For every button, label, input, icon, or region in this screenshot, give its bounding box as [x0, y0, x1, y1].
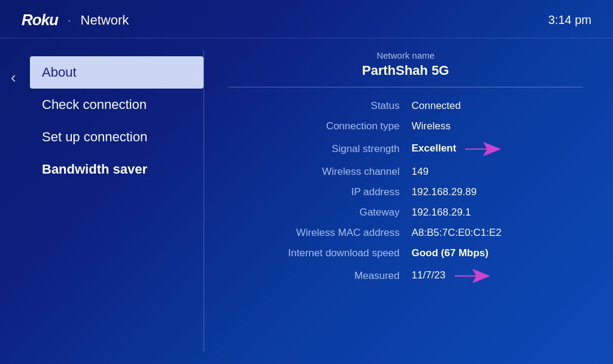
value-measured: 11/7/23 [412, 268, 584, 284]
info-row-status: Status Connected [228, 97, 583, 115]
value-wireless-mac: A8:B5:7C:E0:C1:E2 [412, 227, 584, 239]
value-wireless-channel: 149 [412, 166, 584, 178]
label-wireless-channel: Wireless channel [228, 166, 412, 178]
value-ip-address: 192.168.29.89 [412, 186, 584, 198]
main-layout: ‹ About Check connection Set up connecti… [0, 38, 613, 363]
value-gateway: 192.168.29.1 [412, 207, 584, 219]
svg-marker-1 [454, 269, 490, 283]
svg-marker-0 [465, 142, 501, 156]
clock: 3:14 pm [548, 13, 591, 27]
label-gateway: Gateway [228, 207, 412, 219]
sidebar-item-about[interactable]: About [30, 56, 204, 89]
label-signal-strength: Signal strength [228, 143, 412, 155]
info-row-gateway: Gateway 192.168.29.1 [228, 204, 583, 222]
header: Roku · Network 3:14 pm [0, 0, 613, 38]
network-name-section: Network name ParthShah 5G [228, 50, 583, 87]
value-connection-type: Wireless [412, 120, 584, 132]
sidebar-item-bandwidth-saver[interactable]: Bandwidth saver [30, 153, 204, 186]
header-left: Roku · Network [22, 11, 129, 29]
arrow-annotation-measured [454, 268, 490, 284]
info-row-ip-address: IP address 192.168.29.89 [228, 183, 583, 201]
header-dot: · [68, 13, 71, 27]
label-connection-type: Connection type [228, 120, 412, 132]
arrow-annotation-signal [465, 141, 501, 157]
content-panel: Network name ParthShah 5G Status Connect… [204, 38, 613, 363]
info-row-measured: Measured 11/7/23 [228, 265, 583, 287]
info-row-wireless-mac: Wireless MAC address A8:B5:7C:E0:C1:E2 [228, 224, 583, 242]
value-status: Connected [412, 100, 584, 112]
info-row-signal-strength: Signal strength Excellent [228, 138, 583, 160]
label-download-speed: Internet download speed [228, 247, 412, 259]
label-status: Status [228, 100, 412, 112]
back-button[interactable]: ‹ [11, 68, 16, 87]
info-row-connection-type: Connection type Wireless [228, 117, 583, 135]
value-signal-strength: Excellent [412, 141, 584, 157]
network-info-table: Status Connected Connection type Wireles… [228, 97, 583, 287]
value-download-speed: Good (67 Mbps) [412, 247, 584, 259]
page-title: Network [81, 13, 129, 28]
sidebar-item-set-up-connection[interactable]: Set up connection [30, 121, 204, 153]
label-ip-address: IP address [228, 186, 412, 198]
sidebar-item-check-connection[interactable]: Check connection [30, 89, 204, 121]
sidebar: ‹ About Check connection Set up connecti… [0, 38, 204, 363]
network-name-label: Network name [228, 50, 583, 60]
label-wireless-mac: Wireless MAC address [228, 227, 412, 239]
info-row-download-speed: Internet download speed Good (67 Mbps) [228, 244, 583, 262]
network-name-value: ParthShah 5G [228, 63, 583, 78]
roku-logo: Roku [22, 11, 58, 29]
label-measured: Measured [228, 270, 412, 282]
info-row-wireless-channel: Wireless channel 149 [228, 163, 583, 181]
